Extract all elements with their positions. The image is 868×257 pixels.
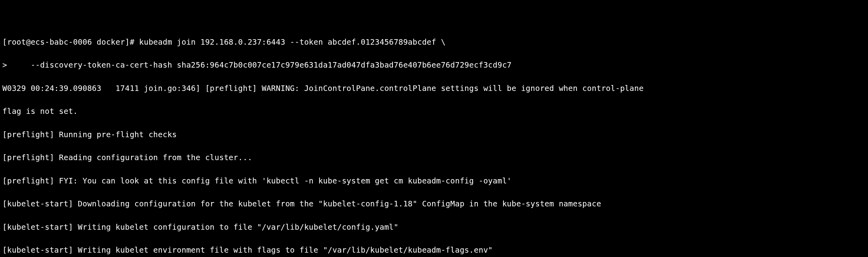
terminal-line: [kubelet-start] Downloading configuratio…	[2, 198, 866, 210]
terminal-line: W0329 00:24:39.090863 17411 join.go:346]…	[2, 83, 866, 94]
terminal-line: [preflight] FYI: You can look at this co…	[2, 175, 866, 187]
terminal-line: [kubelet-start] Writing kubelet environm…	[2, 244, 866, 256]
terminal-line: [kubelet-start] Writing kubelet configur…	[2, 221, 866, 233]
terminal-line: > --discovery-token-ca-cert-hash sha256:…	[2, 59, 866, 71]
terminal-line: [root@ecs-babc-0006 docker]# kubeadm joi…	[2, 36, 866, 48]
terminal-line: flag is not set.	[2, 106, 866, 117]
terminal-line: [preflight] Reading configuration from t…	[2, 152, 866, 163]
terminal-line: [preflight] Running pre-flight checks	[2, 129, 866, 140]
